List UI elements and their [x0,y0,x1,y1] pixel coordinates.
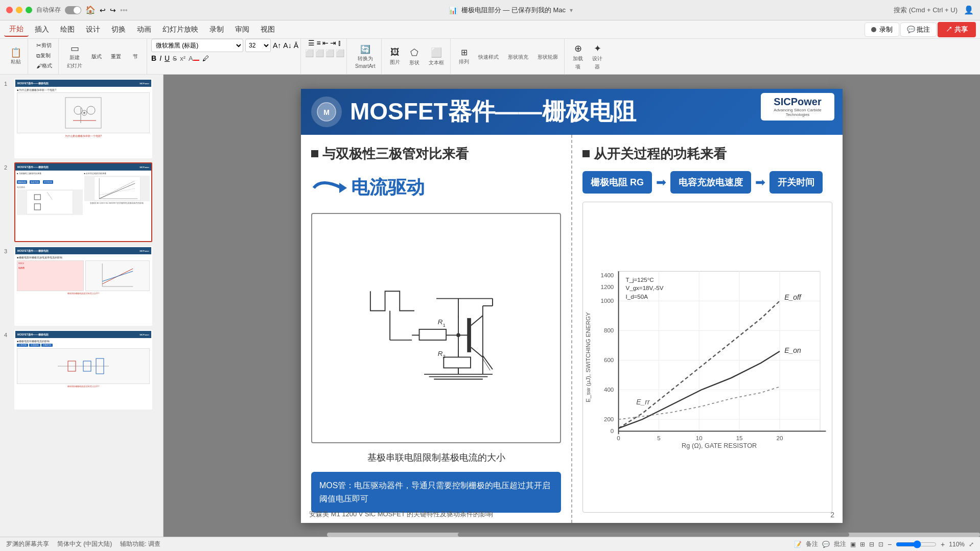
underline-button[interactable]: U [165,54,170,62]
font-family-select[interactable]: 微软雅黑 (标题) [151,39,243,52]
bullet-list-icon[interactable]: ☰ [308,39,315,47]
add-item-button[interactable]: ⊕ 加载 项 [569,41,587,73]
menu-start[interactable]: 开始 [4,22,29,37]
slide-img-2[interactable]: MOSFET器件——栅极电阻 SICPower ■ 与双极性三极管对比来看 栅极… [14,162,152,242]
h-scrollbar-thumb[interactable] [458,533,850,537]
minimize-button[interactable] [16,7,22,13]
zoom-in-icon[interactable]: + [941,540,945,548]
italic-button[interactable]: I [159,54,161,62]
slide-thumb-3[interactable]: 3 MOSFET器件——栅极电阻 SICPower ■ 栅极电阻对栅极充放电速率… [4,246,159,326]
reset-button[interactable]: 重置 [107,51,125,62]
left-title-text: 与双极性三极管对比来看 [322,145,469,163]
title-bar-left: 自动保存 🏠 ↩ ↪ ••• [6,5,128,15]
comment-icon: 💬 [907,26,915,33]
notes-icon[interactable]: 📝 [794,541,802,548]
designer-button[interactable]: ✦ 设计 器 [588,41,606,73]
zoom-out-icon[interactable]: − [888,540,892,548]
menu-draw[interactable]: 绘图 [55,23,80,36]
copy-button[interactable]: ⧉ 复制 [34,51,53,60]
svg-text:T_j=125°C: T_j=125°C [625,277,654,283]
slide-img-3[interactable]: MOSFET器件——栅极电阻 SICPower ■ 栅极电阻对栅极充放电速率电流… [14,246,152,326]
chevron-down-icon[interactable]: ▾ [570,7,573,14]
slide-img-1[interactable]: MOSFET器件——栅极电阻 SICPower ■ 为什么要在栅极加串联一个电阻… [14,79,152,158]
bold-button[interactable]: B [151,54,156,62]
increase-indent-icon[interactable]: ⇥ [330,39,336,47]
menu-slideshow[interactable]: 幻灯片放映 [157,23,203,36]
svg-line-39 [471,316,482,325]
view-normal-icon[interactable]: ▣ [850,541,856,548]
comment-button[interactable]: 💬 批注 [900,22,937,37]
align-center-icon[interactable]: ⬜ [315,49,324,57]
menu-insert[interactable]: 插入 [30,23,54,36]
font-size-select[interactable]: 32 [245,39,271,52]
highlight-icon[interactable]: 🖊 [202,55,209,62]
section-label: 节 [133,53,138,60]
new-slide-label: 新建 [69,54,80,61]
decrease-indent-icon[interactable]: ⇤ [322,39,329,47]
subscript-icon[interactable]: x² [180,55,185,62]
outline-button[interactable]: 形状轮廓 [533,51,562,63]
slide-thumb-4[interactable]: 4 MOSFET器件——栅极电阻 SICPower ■ 栅极电阻对栅极电流的影响… [4,330,159,410]
paste-button[interactable]: 📋 粘贴 [6,46,26,67]
svg-point-1 [74,106,82,114]
recording-button[interactable]: 录制 [865,22,899,37]
menu-view[interactable]: 视图 [255,23,280,36]
slide-thumb-1[interactable]: 1 MOSFET器件——栅极电阻 SICPower ■ 为什么要在栅极加串联一个… [4,79,159,158]
slide-thumb-inner-4: MOSFET器件——栅极电阻 SICPower ■ 栅极电阻对栅极电流的影响 上… [15,331,151,409]
view-grid-icon[interactable]: ⊞ [860,541,865,548]
menu-record-menu[interactable]: 录制 [204,23,229,36]
thumb4-logo: SICPower [139,333,149,336]
menu-animation[interactable]: 动画 [132,23,156,36]
clear-format-icon[interactable]: Ā [294,41,298,50]
quick-style-button[interactable]: 快速样式 [474,51,503,63]
align-left-icon[interactable]: ⬜ [305,49,314,57]
share-button[interactable]: ↗ 共享 [938,22,976,37]
slide-header: M MOSFET器件——栅极电阻 SICPower Advancing Sili… [301,89,843,135]
maximize-button[interactable] [26,7,32,13]
close-button[interactable] [6,7,13,13]
slide-thumb-inner-1: MOSFET器件——栅极电阻 SICPower ■ 为什么要在栅极加串联一个电阻… [15,80,151,157]
fill-color-button[interactable]: 形状填充 [504,51,532,63]
svg-text:E_sw (μJ), SWITCHING ENERGY: E_sw (μJ), SWITCHING ENERGY [585,312,591,402]
autosave-toggle[interactable] [65,6,81,14]
fit-window-icon[interactable]: ⤢ [969,541,974,548]
font-size-increase-icon[interactable]: A↑ [273,41,281,50]
picture-button[interactable]: 🖼 图片 [386,45,404,68]
numbered-list-icon[interactable]: ≡ [316,39,320,47]
cut-button[interactable]: ✂ 剪切 [34,41,54,50]
align-justify-icon[interactable]: ⬜ [336,49,344,57]
view-book-icon[interactable]: ⊟ [869,541,874,548]
undo-icon[interactable]: ↩ [100,6,106,14]
slide-canvas: M MOSFET器件——栅极电阻 SICPower Advancing Sili… [301,89,843,523]
strikethrough-icon[interactable]: S̶ [173,55,177,62]
accessibility-label[interactable]: 辅助功能: 调查 [120,540,160,548]
smartart-button[interactable]: 🔄 转换为 SmartArt [351,42,379,71]
rec-dot-icon [871,27,876,32]
comment-status-icon[interactable]: 💬 [822,541,830,548]
align-right-icon[interactable]: ⬜ [325,49,334,57]
layout-button[interactable]: 版式 [87,51,106,62]
columns-icon[interactable]: ⫿ [338,39,341,47]
home-icon[interactable]: 🏠 [85,5,96,15]
font-color-icon[interactable]: A [189,55,199,62]
menu-switch[interactable]: 切换 [106,23,131,36]
arrange-button[interactable]: ⊞ 排列 [455,45,473,67]
format-button[interactable]: 🖌 格式 [34,61,54,70]
copy-label: 复制 [40,52,51,59]
textbox-button[interactable]: ⬜ 文本框 [425,45,448,68]
shape-button[interactable]: ⬠ 形状 [405,45,424,68]
menu-review[interactable]: 审阅 [230,23,254,36]
h-scrollbar[interactable] [327,533,980,537]
zoom-slider[interactable] [896,540,937,548]
more-icon[interactable]: ••• [120,6,128,14]
slide-img-4[interactable]: MOSFET器件——栅极电阻 SICPower ■ 栅极电阻对栅极电流的影响 上… [14,330,152,410]
menu-design[interactable]: 设计 [81,23,105,36]
slide-thumb-2[interactable]: 2 MOSFET器件——栅极电阻 SICPower ■ 与双极性三极管对比来看 [4,162,159,242]
view-fit-icon[interactable]: ⊡ [878,541,883,548]
new-slide-button[interactable]: ▭ 新建 幻灯片 [63,42,86,71]
person-icon[interactable]: 👤 [964,5,974,15]
caption-text: 基极串联电阻限制基极电流的大小 [311,451,561,464]
font-size-decrease-icon[interactable]: A↓ [283,41,291,50]
section-button[interactable]: 节 [126,51,145,62]
redo-icon[interactable]: ↪ [110,6,116,14]
